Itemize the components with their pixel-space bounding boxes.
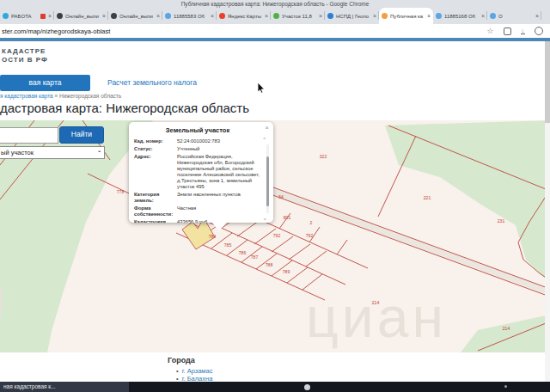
browser-tab[interactable]: Онлайн_выпи× xyxy=(108,8,162,24)
tab-close-icon[interactable]: × xyxy=(373,13,376,19)
tab-close-icon[interactable]: × xyxy=(535,13,539,19)
browser-tab[interactable]: Участок 11,8× xyxy=(271,8,325,24)
tab-close-icon[interactable]: × xyxy=(319,13,322,19)
popup-row-value: Частная xyxy=(177,205,261,217)
page-scrollbar-thumb[interactable] xyxy=(545,41,550,123)
parcel-number: 788 xyxy=(266,262,273,267)
globe-blue-icon xyxy=(165,13,171,19)
pkk-icon xyxy=(382,13,388,19)
popup-row: Кадастровая стоимость:433656.9 руб xyxy=(134,219,261,223)
popup-row-label: Адрес: xyxy=(134,154,177,190)
globe-blue-icon xyxy=(490,13,496,19)
parcel-number: 221 xyxy=(424,195,431,200)
city-list-item: г. Арзамас xyxy=(176,367,217,375)
page-top-divider xyxy=(0,38,550,41)
window-titlebar: Публичная кадастровая карта: Нижегородск… xyxy=(0,0,550,8)
expand-chevron-icon[interactable]: ^ xyxy=(264,216,266,221)
popup-scrollbar-thumb[interactable] xyxy=(266,156,269,206)
tab-label: Онлайн_выпи xyxy=(65,14,100,19)
url-bar[interactable]: ster.com/map/nizhegorodskaya-oblast ☆ ↓ xyxy=(0,24,550,38)
tab-close-icon[interactable]: × xyxy=(156,13,160,19)
tab-close-icon[interactable]: × xyxy=(211,13,214,19)
taskbar-active-window[interactable]: ная кадастровая к... xyxy=(0,382,129,392)
tab-label: Яндекс Карты xyxy=(228,14,262,19)
tab-close-icon[interactable]: × xyxy=(427,13,431,19)
logo-line-2: ОСТИ В РФ xyxy=(2,56,48,64)
popup-row-value: Российская Федерация, Нижегородская обл,… xyxy=(177,154,261,190)
breadcrumb-link[interactable]: я кадастровая карта xyxy=(0,93,53,99)
notification-badge-icon xyxy=(40,14,46,19)
download-icon[interactable]: ↓ xyxy=(521,28,526,34)
tab-close-icon[interactable]: × xyxy=(102,13,106,19)
breadcrumb: я кадастровая карта » Нижегородская обла… xyxy=(0,93,121,99)
browser-tab[interactable]: РАБОТА× xyxy=(0,8,54,24)
tab-close-icon[interactable]: × xyxy=(481,13,485,19)
popup-rows: Кад. номер:52:24:0010002:783Статус:Учтен… xyxy=(134,138,261,223)
popup-row: Категория земель:Земли населенных пункто… xyxy=(134,192,261,204)
cadastral-map[interactable]: циан н 778548012322221231792792784785786… xyxy=(0,120,550,352)
parcel-number: 789 xyxy=(283,269,290,274)
globe-dark-icon xyxy=(111,13,117,19)
tab-close-icon[interactable]: × xyxy=(265,13,268,19)
mouse-cursor xyxy=(258,83,268,95)
popup-row-value: 52:24:0010002:783 xyxy=(177,138,261,144)
city-link[interactable]: г. Арзамас xyxy=(182,367,213,375)
tab-label: НСПД | Геопо xyxy=(336,14,370,19)
bookmark-star-icon[interactable]: ☆ xyxy=(486,27,493,35)
cities-heading: Города xyxy=(168,356,195,364)
object-type-value: ый участок xyxy=(1,149,34,156)
taskbar-app-icon[interactable] xyxy=(304,384,310,390)
browser-tab[interactable]: Яндекс Карты× xyxy=(217,8,271,24)
nav-cadastral-map-tab[interactable]: вая карта xyxy=(0,75,90,91)
tab-close-icon[interactable]: × xyxy=(48,13,52,19)
parcel-number: 2 xyxy=(310,220,313,225)
search-input[interactable] xyxy=(0,127,58,144)
popup-row: Кад. номер:52:24:0010002:783 xyxy=(134,138,261,144)
popup-row: Форма собственности:Частная xyxy=(134,205,261,217)
tab-label: Участок 11,8 xyxy=(282,14,316,19)
os-taskbar: ная кадастровая к... xyxy=(0,382,550,392)
browser-tab[interactable]: О× xyxy=(487,8,541,24)
tab-label: О xyxy=(498,14,533,19)
cities-section: Города г. Арзамасг. Балахнаг. Богородск xyxy=(0,352,550,382)
parcel-number: 786 xyxy=(239,250,247,255)
browser-tab[interactable]: 11885168 Об× xyxy=(433,8,487,24)
browser-tab[interactable]: Публичная ка× xyxy=(379,8,433,24)
telegram-icon xyxy=(3,13,9,19)
collapse-chevron-icon[interactable]: ^ xyxy=(263,137,266,142)
chevron-down-icon: ˇ xyxy=(98,148,101,160)
parcel-number: 784 xyxy=(209,234,217,239)
globe-dark-icon xyxy=(57,13,63,19)
popup-row: Статус:Учтенный xyxy=(134,146,261,152)
browser-tab[interactable]: Онлайн_выпи× xyxy=(54,8,108,24)
popup-callout-tail xyxy=(211,222,227,231)
parcel-number: 231 xyxy=(498,218,505,224)
profile-icon[interactable] xyxy=(535,27,543,35)
browser-tab[interactable]: НСПД | Геопо× xyxy=(325,8,379,24)
popup-row: Адрес:Российская Федерация, Нижегородска… xyxy=(134,154,261,190)
close-icon[interactable]: × xyxy=(265,124,269,132)
page-title: дастровая карта: Нижегородская область xyxy=(0,101,249,115)
url-text[interactable]: ster.com/map/nizhegorodskaya-oblast xyxy=(2,28,110,35)
nav-land-tax-link[interactable]: Расчет земельного налога xyxy=(107,75,197,91)
popup-row-label: Кадастровая стоимость: xyxy=(134,219,177,223)
parcel-number: 792 xyxy=(273,233,281,238)
popup-row-label: Статус: xyxy=(134,146,177,152)
window-title: Публичная кадастровая карта: Нижегородск… xyxy=(181,1,370,7)
tab-strip: РАБОТА×Онлайн_выпи×Онлайн_выпи×11885583 … xyxy=(0,8,550,24)
parcel-number: 787 xyxy=(251,254,259,260)
search-find-button[interactable]: Найти xyxy=(59,126,104,144)
taskbar-indicator-dot xyxy=(504,385,507,388)
watermark-cian: циан xyxy=(306,285,447,349)
yandex-pin-icon xyxy=(219,13,225,19)
object-type-select[interactable]: ый участок ˇ xyxy=(0,146,105,159)
parcel-number: 214 xyxy=(503,326,510,331)
parcel-number: 214 xyxy=(372,300,380,305)
tab-label: Онлайн_выпи xyxy=(119,14,154,19)
browser-window: Публичная кадастровая карта: Нижегородск… xyxy=(0,0,550,392)
tab-label: РАБОТА xyxy=(11,14,38,19)
install-shortcut-icon[interactable] xyxy=(504,28,511,35)
parcel-number: 778 xyxy=(117,189,125,194)
browser-tab[interactable]: 11885583 Об× xyxy=(162,8,217,24)
globe-blue-icon xyxy=(436,13,442,19)
